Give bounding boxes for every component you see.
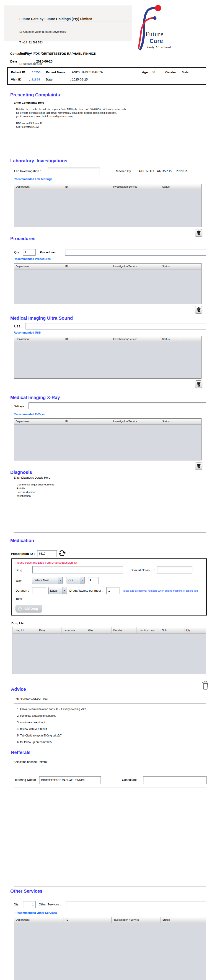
drug-input[interactable]	[32, 566, 123, 573]
reffering-doctor-label: Reffering Doctor	[14, 778, 36, 781]
column-header-status[interactable]: Status	[160, 418, 201, 424]
prescription-id-input[interactable]	[37, 550, 57, 557]
patient-id-colon: :	[29, 70, 30, 74]
duration-type-select[interactable]: Day/s ▼	[48, 587, 67, 594]
date-value: : 2025-06-25	[34, 60, 53, 63]
lab-investigation-label: Lab Investingation :	[14, 169, 41, 173]
xray-delete-button[interactable]	[195, 462, 202, 470]
patient-name-label: Patient Name	[46, 70, 66, 74]
recommended-xrays-label: Recommended X-Rays	[14, 413, 45, 416]
column-header-id[interactable]: ID	[63, 418, 111, 424]
xray-field-label: X-Rays :	[14, 404, 26, 408]
patient-info-box	[7, 67, 206, 85]
table-body	[14, 190, 201, 227]
lab-investigation-input[interactable]	[48, 167, 100, 175]
column-header-service[interactable]: Investigation/Service	[111, 418, 160, 424]
procedures-input[interactable]	[65, 249, 206, 256]
company-title: Future Care by Future Holdings (Pty) Lim…	[19, 17, 131, 22]
other-services-input[interactable]	[66, 901, 206, 908]
visit-id-value: 21854	[32, 78, 40, 81]
gender-label: Gender	[165, 70, 176, 74]
duration-input[interactable]	[32, 587, 46, 594]
column-header-id[interactable]: ID	[63, 184, 111, 189]
visit-date-value: : 2025-06-25	[70, 78, 88, 81]
refferal-list-box	[14, 787, 206, 887]
column-header-status[interactable]: Status	[160, 336, 201, 342]
trash-icon	[202, 681, 209, 690]
other-qty-input[interactable]	[23, 901, 35, 908]
advice-delete-button[interactable]	[202, 681, 209, 690]
advice-textarea[interactable]: 1. karvol steam inhalation capsule - 1 e…	[14, 703, 206, 748]
consulted-by-line: Consulted By : Dr. ORITSETSETOS RAPHAEL …	[10, 52, 96, 56]
trash-icon	[197, 231, 201, 235]
table-header-row: Department ID Investigation / Service St…	[14, 917, 206, 923]
column-header-department[interactable]: Department	[14, 264, 63, 269]
column-header-id[interactable]: ID	[63, 336, 111, 342]
drug-list-label: Drug List	[11, 622, 24, 625]
column-header-service[interactable]: Investigation/Service	[111, 336, 160, 342]
table-body	[14, 269, 201, 304]
column-header-note[interactable]: Note	[160, 627, 185, 633]
column-header-id[interactable]: ID	[64, 917, 112, 923]
column-header-department[interactable]: Department	[14, 184, 63, 189]
column-header-department[interactable]: Department	[14, 336, 63, 342]
special-notes-input[interactable]	[157, 566, 193, 573]
section-heading-presenting-complaints: Presenting Complaints	[10, 92, 60, 97]
column-header-duration-type[interactable]: Duration Type	[137, 627, 160, 633]
drug-list-table: Drug ID Drug Fequency Way Duration Durat…	[13, 627, 206, 674]
visit-date-label: Date	[46, 78, 53, 81]
lab-results-table: Department ID Investigation/Service Stat…	[14, 184, 201, 227]
prescription-id-label: Prescription ID :	[11, 552, 35, 555]
chevron-down-icon: ▼	[58, 577, 63, 584]
way-qty-input[interactable]	[88, 577, 98, 584]
column-header-qty[interactable]: Qty	[185, 627, 206, 633]
reffering-doctor-input[interactable]	[39, 776, 101, 784]
column-header-status[interactable]: Status	[160, 264, 201, 269]
column-header-frequency[interactable]: Fequency	[62, 627, 86, 633]
per-meal-input[interactable]	[106, 587, 119, 594]
meal-timing-select[interactable]: Before Meal ▼	[32, 577, 63, 584]
complaints-textarea[interactable]: Relative here on his behalf, she reports…	[14, 106, 206, 149]
consultation-form-page: Future Care by Future Holdings (Pty) Lim…	[0, 0, 212, 980]
total-label: Total	[16, 597, 22, 600]
advice-enter-label: Enter Doctor's Advice Here	[14, 698, 48, 701]
column-header-department[interactable]: Department	[14, 418, 63, 424]
column-header-status[interactable]: Status	[161, 917, 206, 923]
diagnosis-textarea[interactable]: Community acquired pneumonia Rhinitis Se…	[14, 480, 206, 533]
column-header-service[interactable]: Investigation / Service	[112, 917, 161, 923]
date-label: Date	[10, 60, 17, 63]
column-header-service[interactable]: Investigation/Service	[111, 264, 160, 269]
xray-input[interactable]	[29, 402, 206, 409]
table-body	[13, 633, 206, 674]
table-header-row: Drug ID Drug Fequency Way Duration Durat…	[13, 627, 206, 633]
section-heading-other-services: Other Services	[10, 889, 42, 894]
column-header-id[interactable]: ID	[63, 264, 111, 269]
column-header-duration[interactable]: Duration	[111, 627, 137, 633]
column-header-department[interactable]: Department	[14, 917, 64, 923]
patient-name-value: : ANDY JAMES BARRA	[70, 70, 103, 74]
recommended-other-services-label: Recommended Other Services	[16, 912, 57, 915]
uss-input[interactable]	[26, 323, 206, 329]
company-phone1: T: +24 82 593 593	[19, 41, 66, 45]
column-header-way[interactable]: Way	[86, 627, 111, 633]
lab-delete-button[interactable]	[195, 229, 202, 237]
section-heading-diagnosis: Diagnosis	[10, 470, 32, 475]
recommended-lab-testings-label: Recommended Lab Testings	[14, 178, 52, 181]
procedures-qty-input[interactable]	[23, 249, 35, 256]
refresh-button[interactable]	[58, 549, 66, 557]
consultant-input[interactable]	[143, 776, 207, 784]
patient-id-label: Patient ID	[11, 70, 25, 74]
section-heading-ultrasound: Medical Imaging Ultra Sound	[10, 316, 73, 321]
column-header-service[interactable]: Investigation/Service	[111, 184, 160, 189]
uss-delete-button[interactable]	[195, 380, 202, 388]
add-drug-button[interactable]: Add Drug	[16, 605, 42, 612]
column-header-status[interactable]: Status	[160, 184, 201, 189]
column-header-drug-id[interactable]: Drug ID	[13, 627, 37, 633]
column-header-drug[interactable]: Drug	[37, 627, 62, 633]
procedures-delete-button[interactable]	[195, 306, 202, 313]
procedures-table: Department ID Investigation/Service Stat…	[14, 263, 201, 304]
table-header-row: Department ID Investigation/Service Stat…	[14, 184, 201, 190]
frequency-select[interactable]: OD ▼	[67, 577, 85, 584]
table-header-row: Department ID Investigation/Service Stat…	[14, 264, 201, 269]
trash-icon	[197, 307, 201, 312]
